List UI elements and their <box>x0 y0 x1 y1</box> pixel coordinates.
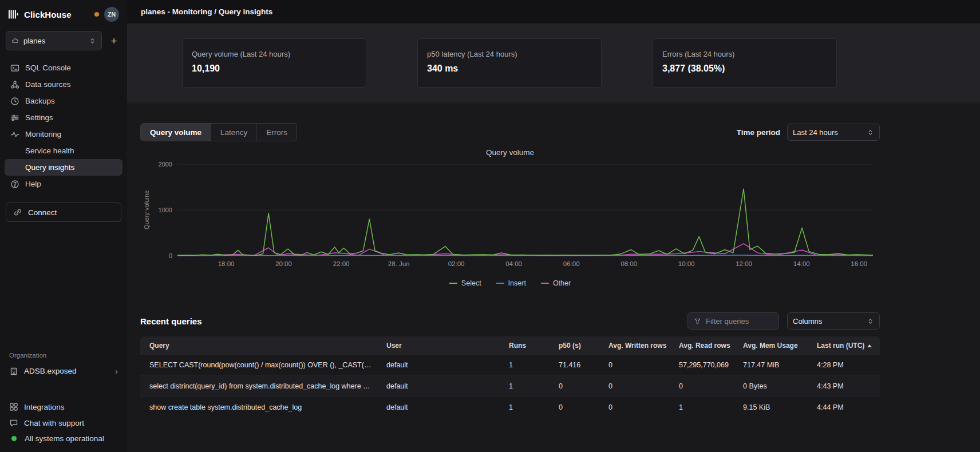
column-header-label: User <box>386 342 402 350</box>
table-cell: 0 <box>599 382 670 390</box>
settings-icon <box>10 113 19 122</box>
legend-item-insert[interactable]: Insert <box>496 279 526 287</box>
table-cell: default <box>377 403 500 411</box>
tab-latency[interactable]: Latency <box>211 124 256 141</box>
legend-item-other[interactable]: Other <box>541 279 571 287</box>
sidebar-item-help[interactable]: Help <box>5 176 122 192</box>
footer-item-label: Chat with support <box>24 419 84 427</box>
tab-query-volume[interactable]: Query volume <box>141 124 211 141</box>
sidebar-item-data-sources[interactable]: Data sources <box>5 76 122 93</box>
time-period-value: Last 24 hours <box>793 128 838 137</box>
sidebar-item-sql-console[interactable]: SQL Console <box>5 60 122 76</box>
stat-value: 340 ms <box>427 64 592 74</box>
time-period-select[interactable]: Last 24 hours <box>787 124 880 141</box>
organization-item[interactable]: ADSB.exposed › <box>9 366 118 376</box>
table-cell: 0 <box>599 361 670 369</box>
y-axis-ticks: 010002000 <box>153 161 177 259</box>
x-tick-label: 08:00 <box>621 260 637 267</box>
x-tick-label: 20:00 <box>275 260 292 267</box>
stat-card-errors-last-24-hours: Errors (Last 24 hours)3,877 (38.05%) <box>653 38 837 88</box>
tab-label: Query volume <box>150 128 201 137</box>
sidebar-item-label: Backups <box>25 97 55 105</box>
chart-legend: SelectInsertOther <box>140 279 880 287</box>
series-line-select <box>177 189 873 255</box>
footer-item-integrations[interactable]: Integrations <box>9 402 118 411</box>
organization-section: Organization ADSB.exposed › <box>0 352 127 376</box>
column-header-query[interactable]: Query <box>140 342 377 350</box>
sidebar-item-service-health[interactable]: Service health <box>5 142 122 159</box>
y-tick-label: 0 <box>169 252 172 259</box>
tab-errors[interactable]: Errors <box>256 124 297 141</box>
funnel-icon <box>694 318 701 325</box>
query-cell: select distrinct(query_id) from system.d… <box>140 382 377 390</box>
service-row: planes + <box>0 31 127 50</box>
column-header-p50-s[interactable]: p50 (s) <box>550 342 599 350</box>
breadcrumb: planes - Monitoring / Query insights <box>141 7 272 16</box>
sidebar-footer: IntegrationsChat with supportAll systems… <box>0 376 127 443</box>
sidebar-item-label: Monitoring <box>25 130 61 138</box>
x-tick-label: 16:00 <box>851 260 867 267</box>
filter-queries-box <box>687 312 779 330</box>
clickhouse-logo-icon <box>8 10 19 19</box>
column-header-last-run-utc[interactable]: Last run (UTC) <box>808 342 880 350</box>
column-header-user[interactable]: User <box>377 342 500 350</box>
service-selector[interactable]: planes <box>6 31 102 50</box>
stat-label: Query volume (Last 24 hours) <box>192 50 357 58</box>
sidebar-item-query-insights[interactable]: Query insights <box>5 159 122 176</box>
chart: Query volume 010002000 18:0020:0022:0028… <box>140 161 880 259</box>
legend-item-select[interactable]: Select <box>449 279 481 287</box>
service-selector-value: planes <box>23 37 84 45</box>
service-cloud-icon <box>11 37 19 45</box>
organization-label: Organization <box>9 352 118 359</box>
footer-item-all-systems-operational[interactable]: All systems operational <box>9 434 118 443</box>
column-header-label: Runs <box>509 342 526 350</box>
sidebar-item-backups[interactable]: Backups <box>5 93 122 109</box>
sidebar-item-monitoring[interactable]: Monitoring <box>5 126 122 142</box>
chart-svg <box>177 161 873 259</box>
stat-value: 3,877 (38.05%) <box>662 64 827 74</box>
topbar: planes - Monitoring / Query insights <box>127 0 980 23</box>
x-tick-label: 18:00 <box>218 260 235 267</box>
time-period-label: Time period <box>737 128 780 137</box>
sidebar-item-settings[interactable]: Settings <box>5 109 122 126</box>
y-tick-label: 2000 <box>159 161 172 168</box>
footer-item-chat-with-support[interactable]: Chat with support <box>9 418 118 427</box>
add-service-button[interactable]: + <box>106 33 121 48</box>
columns-select[interactable]: Columns <box>787 312 880 330</box>
table-cell: 4:43 PM <box>808 382 880 390</box>
chat-icon <box>9 418 18 427</box>
connect-link-icon <box>13 208 22 217</box>
sidebar-nav: SQL ConsoleData sourcesBackupsSettingsMo… <box>0 60 127 192</box>
table-row[interactable]: select distrinct(query_id) from system.d… <box>140 376 880 397</box>
legend-swatch <box>541 283 549 284</box>
connect-button[interactable]: Connect <box>6 203 121 222</box>
column-header-avg-mem-usage[interactable]: Avg. Mem Usage <box>734 342 808 350</box>
column-header-avg-written-rows[interactable]: Avg. Written rows <box>599 342 670 350</box>
filter-queries-input[interactable] <box>706 317 773 326</box>
x-tick-label: 14:00 <box>793 260 810 267</box>
table-body: SELECT CAST(round(pow(count() / max(coun… <box>140 355 880 418</box>
legend-label: Select <box>461 279 481 287</box>
table-cell: 4:44 PM <box>808 403 880 411</box>
column-header-label: Avg. Mem Usage <box>743 342 798 350</box>
chart-title: Query volume <box>140 148 880 157</box>
table-cell: default <box>377 361 500 369</box>
column-header-runs[interactable]: Runs <box>500 342 550 350</box>
table-cell: 9.15 KiB <box>734 403 808 411</box>
help-icon <box>10 180 19 189</box>
table-cell: 0 <box>670 382 734 390</box>
table-cell: default <box>377 382 500 390</box>
table-cell: 1 <box>500 403 550 411</box>
avatar[interactable]: ZN <box>104 7 119 22</box>
data-sources-icon <box>10 80 19 89</box>
sidebar-item-label: Query insights <box>25 163 74 172</box>
column-header-avg-read-rows[interactable]: Avg. Read rows <box>670 342 734 350</box>
table-cell: 1 <box>500 361 550 369</box>
sidebar-item-label: Help <box>25 180 41 188</box>
x-tick-label: 22:00 <box>333 260 350 267</box>
terminal-icon <box>10 64 19 73</box>
table-row[interactable]: show create table system.distributed_cac… <box>140 397 880 418</box>
table-row[interactable]: SELECT CAST(round(pow(count() / max(coun… <box>140 355 880 376</box>
x-tick-label: 04:00 <box>505 260 522 267</box>
chart-plot: 18:0020:0022:0028. Jun02:0004:0006:0008:… <box>177 161 873 259</box>
